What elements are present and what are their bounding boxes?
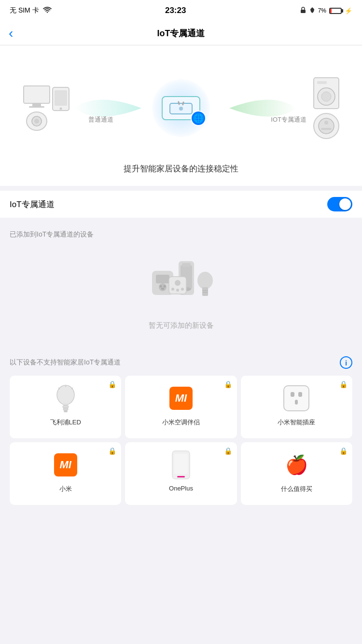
svg-rect-41 bbox=[63, 408, 68, 410]
lock-icon-smzdm: 🔒 bbox=[339, 447, 348, 455]
battery-icon bbox=[329, 8, 342, 14]
socket-hole-left bbox=[291, 392, 294, 397]
toggle-section: IoT专属通道 bbox=[0, 191, 362, 218]
svg-rect-20 bbox=[55, 90, 67, 106]
empty-text: 暂无可添加的新设备 bbox=[149, 321, 214, 330]
right-channel-label: IOT专属通道 bbox=[271, 115, 306, 124]
svg-rect-12 bbox=[317, 81, 327, 84]
lock-icon-mi2: 🔒 bbox=[108, 447, 116, 455]
device-name-smzdm: 什么值得买 bbox=[281, 485, 312, 493]
device-grid: 🔒 飞利浦LED 🔒 MI 小米空调伴侣 bbox=[10, 376, 352, 505]
iot-toggle[interactable] bbox=[327, 197, 352, 211]
socket-icon bbox=[283, 385, 309, 411]
sim-status: 无 SIM 卡 bbox=[10, 6, 39, 15]
washer-icon bbox=[312, 76, 340, 110]
oneplus-icon-area bbox=[167, 448, 195, 482]
svg-rect-18 bbox=[321, 128, 332, 130]
bulb-icon bbox=[54, 382, 77, 414]
bulb-icon-area bbox=[51, 381, 80, 415]
svg-rect-3 bbox=[29, 106, 44, 108]
status-time: 23:23 bbox=[165, 6, 186, 15]
device-card-mi-ac: 🔒 MI 小米空调伴侣 bbox=[125, 376, 237, 438]
svg-rect-0 bbox=[301, 10, 306, 13]
nav-bar: ‹ IoT专属通道 bbox=[0, 21, 362, 45]
svg-rect-47 bbox=[174, 454, 188, 474]
mi-ac-icon-area: MI bbox=[167, 381, 195, 415]
svg-point-37 bbox=[176, 289, 179, 292]
monitor-icon bbox=[22, 85, 52, 109]
status-left: 无 SIM 卡 bbox=[10, 6, 52, 15]
back-button[interactable]: ‹ bbox=[9, 27, 13, 40]
device-name-mi2: 小米 bbox=[59, 485, 72, 493]
battery-percent: 7% bbox=[318, 7, 326, 14]
svg-point-21 bbox=[60, 108, 62, 110]
device-card-smzdm: 🔒 🍎 什么值得买 bbox=[241, 442, 352, 505]
toggle-knob bbox=[339, 198, 351, 210]
device-name-oneplus: OnePlus bbox=[169, 485, 193, 492]
svg-point-16 bbox=[319, 118, 334, 134]
info-icon-button[interactable]: i bbox=[340, 356, 352, 369]
svg-rect-48 bbox=[177, 476, 185, 477]
hero-diagram: 普通通道 IOT专属通道 bbox=[17, 60, 345, 156]
hero-section: 普通通道 IOT专属通道 bbox=[0, 45, 362, 186]
svg-point-14 bbox=[321, 92, 331, 101]
tablet-icon bbox=[52, 86, 70, 113]
lock-icon-oneplus: 🔒 bbox=[224, 447, 232, 455]
empty-illustration bbox=[142, 256, 220, 314]
added-devices-title: 已添加到IoT专属通道的设备 bbox=[10, 230, 352, 239]
svg-point-8 bbox=[179, 107, 183, 111]
lock-icon-socket: 🔒 bbox=[339, 380, 348, 388]
device-name-philips: 飞利浦LED bbox=[50, 418, 81, 427]
device-card-oneplus: 🔒 OnePlus bbox=[125, 442, 237, 505]
device-card-socket: 🔒 小米智能插座 bbox=[241, 376, 352, 438]
camera-icon bbox=[25, 111, 48, 131]
device-card-philips: 🔒 飞利浦LED bbox=[10, 376, 121, 438]
smzdm-icon-area: 🍎 bbox=[282, 448, 311, 482]
charging-icon: ⚡ bbox=[345, 7, 352, 14]
oneplus-icon bbox=[170, 450, 192, 480]
globe-icon: 🌐 bbox=[191, 111, 206, 126]
added-devices-section: 已添加到IoT专属通道的设备 bbox=[0, 223, 362, 349]
socket-ground bbox=[295, 400, 298, 405]
svg-rect-42 bbox=[64, 410, 68, 412]
svg-point-6 bbox=[34, 119, 39, 124]
mi2-icon-area: MI bbox=[51, 448, 80, 482]
svg-rect-1 bbox=[24, 86, 50, 103]
svg-rect-40 bbox=[63, 406, 69, 408]
svg-rect-2 bbox=[32, 103, 41, 106]
left-devices bbox=[22, 85, 52, 131]
router-icon bbox=[169, 100, 193, 116]
lock-icon-mi-ac: 🔒 bbox=[224, 380, 232, 388]
robot-vacuum-icon bbox=[312, 112, 340, 140]
not-supported-header: 以下设备不支持智能家居IoT专属通道 i bbox=[10, 356, 352, 369]
svg-rect-27 bbox=[161, 288, 164, 290]
toggle-label: IoT专属通道 bbox=[10, 199, 55, 210]
lock-icon-philips: 🔒 bbox=[108, 380, 116, 388]
socket-hole-right bbox=[298, 392, 302, 397]
page-title: IoT专属通道 bbox=[157, 28, 205, 39]
svg-point-25 bbox=[160, 285, 162, 288]
center-router: 🌐 bbox=[152, 79, 210, 137]
svg-point-26 bbox=[164, 285, 166, 288]
left-channel-label: 普通通道 bbox=[88, 115, 113, 124]
lock-status-icon bbox=[300, 7, 306, 15]
svg-point-36 bbox=[171, 288, 174, 291]
empty-state: 暂无可添加的新设备 bbox=[10, 247, 352, 345]
hero-subtitle: 提升智能家居设备的连接稳定性 bbox=[124, 163, 238, 174]
svg-point-24 bbox=[159, 283, 167, 291]
location-icon bbox=[309, 7, 315, 15]
device-card-mi2: 🔒 MI 小米 bbox=[10, 442, 121, 505]
svg-point-38 bbox=[181, 288, 184, 291]
device-name-mi-ac: 小米空调伴侣 bbox=[162, 418, 200, 427]
svg-rect-30 bbox=[182, 263, 191, 267]
svg-point-35 bbox=[175, 280, 181, 286]
status-bar: 无 SIM 卡 23:23 7% ⚡ bbox=[0, 0, 362, 21]
device-name-socket: 小米智能插座 bbox=[278, 418, 315, 427]
mi-logo-ac: MI bbox=[169, 387, 193, 410]
svg-rect-33 bbox=[202, 287, 208, 296]
socket-icon-area bbox=[282, 381, 311, 415]
status-right: 7% ⚡ bbox=[300, 7, 352, 15]
not-supported-title: 以下设备不支持智能家居IoT专属通道 bbox=[10, 358, 121, 367]
svg-point-32 bbox=[197, 272, 213, 289]
apple-icon: 🍎 bbox=[285, 454, 308, 476]
